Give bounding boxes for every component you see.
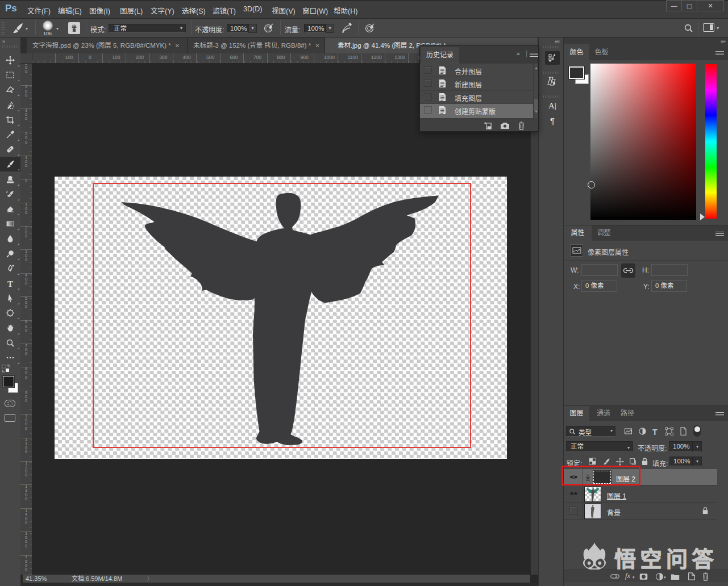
svg-text:T: T bbox=[7, 279, 13, 288]
